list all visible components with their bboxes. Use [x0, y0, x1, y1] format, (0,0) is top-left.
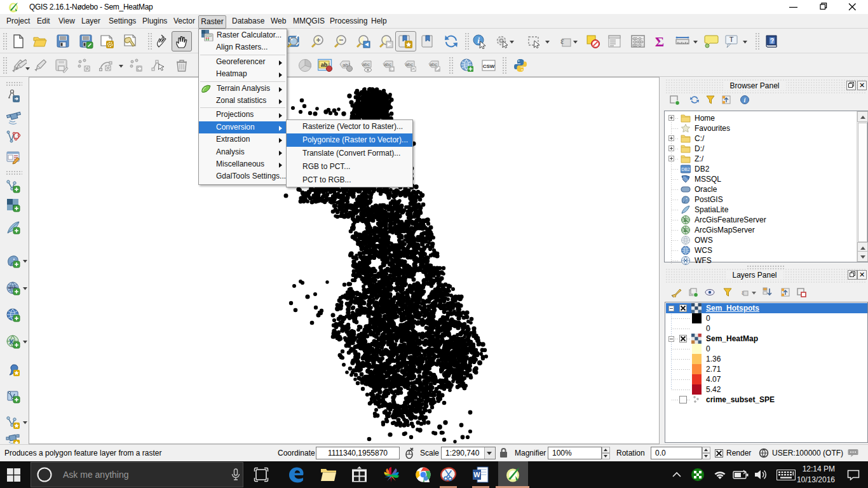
svg-text:?: ?: [770, 37, 774, 44]
svg-text:Σ: Σ: [655, 34, 664, 49]
svg-text:i: i: [477, 36, 480, 45]
svg-text:T: T: [729, 36, 734, 43]
svg-text:abc: abc: [362, 62, 370, 67]
svg-text:W: W: [473, 471, 480, 478]
svg-text:CSW: CSW: [483, 64, 495, 69]
svg-text:ε: ε: [560, 36, 564, 46]
svg-text:DB2: DB2: [681, 167, 690, 172]
svg-text:i: i: [744, 97, 746, 104]
